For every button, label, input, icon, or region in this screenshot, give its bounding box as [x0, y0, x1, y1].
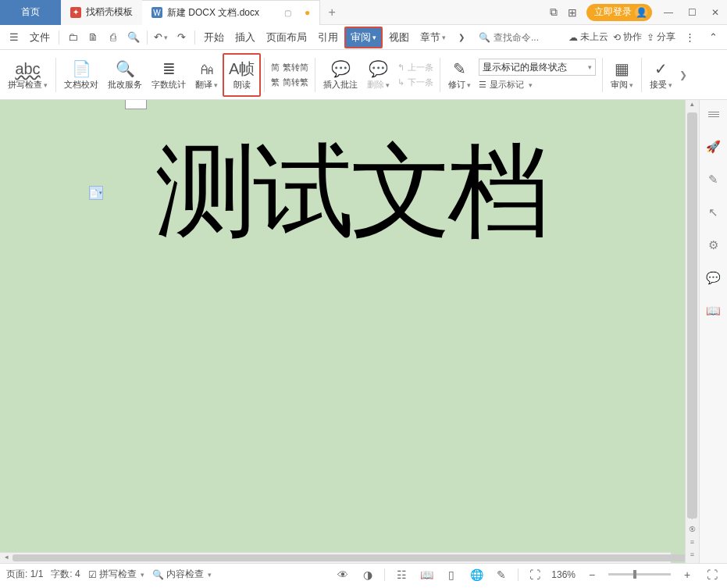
word-count[interactable]: 字数: 4 [51, 568, 80, 581]
document-content[interactable]: 测试文档 [155, 123, 546, 261]
proofread-button[interactable]: 📄 文档校对 [59, 53, 103, 97]
page-down-icon[interactable]: ≡ [686, 551, 699, 563]
menu-start[interactable]: 开始 [199, 27, 229, 48]
wordcount-button[interactable]: ≣ 字数统计 [147, 53, 191, 97]
delete-comment-button[interactable]: 💬 删除▾ [362, 53, 394, 97]
search-input[interactable] [494, 32, 556, 43]
hscroll-thumb[interactable] [12, 554, 685, 561]
apps-icon[interactable]: ⊞ [563, 6, 582, 19]
horizontal-ruler[interactable] [0, 100, 669, 111]
fullscreen-icon[interactable]: ⛶ [704, 568, 721, 581]
file-menu[interactable]: 文件 [25, 27, 55, 48]
tab-template[interactable]: ✦ 找稻壳模板 [61, 0, 142, 25]
markup-state-select[interactable]: 显示标记的最终状态 ▾ [479, 59, 596, 76]
accept-button[interactable]: ✓ 接受▾ [645, 53, 677, 97]
prev-comment-button[interactable]: ↰上一条 [397, 62, 433, 73]
ribbon-expand-icon[interactable]: ❯ [677, 69, 690, 80]
preview-icon[interactable]: 🔍 [124, 28, 143, 47]
export-icon[interactable]: 🗎 [84, 28, 102, 47]
zoom-in-button[interactable]: + [679, 568, 696, 581]
window-split-icon[interactable]: ⧉ [544, 5, 563, 19]
pencil-icon[interactable]: ✎ [706, 172, 722, 187]
collaborate-button[interactable]: ⟲协作 [613, 30, 642, 44]
cursor-icon[interactable]: ↖ [706, 205, 722, 220]
panel-toggle-icon[interactable] [706, 106, 722, 122]
settings-slider-icon[interactable]: ⚙ [706, 237, 722, 253]
approve-service-button[interactable]: 🔍 批改服务 [103, 53, 147, 97]
tab-presentation-icon[interactable]: ▢ [284, 9, 294, 17]
zoom-out-button[interactable]: − [583, 568, 600, 581]
trad-to-simp-button[interactable]: 简繁转简 [271, 62, 308, 73]
show-markup-button[interactable]: ☰显示标记▾ [479, 79, 596, 91]
tab-document[interactable]: W 新建 DOCX 文档.docx ▢ ● [142, 0, 320, 25]
document-viewport[interactable]: 📄▾ 测试文档 ◂ ▸ [0, 100, 685, 563]
chat-icon[interactable]: 💬 [706, 270, 722, 286]
undo-icon[interactable]: ↶▾ [151, 28, 170, 47]
eye-icon[interactable]: 👁 [334, 568, 351, 581]
read-view-icon[interactable]: 📖 [418, 568, 435, 581]
zoom-level[interactable]: 136% [551, 569, 576, 580]
review-pane-label: 审阅 [611, 79, 628, 91]
command-search[interactable]: 🔍 [479, 32, 556, 43]
spellcheck-button[interactable]: abc 拼写检查▾ [3, 53, 52, 97]
ruler-indent-marker[interactable] [125, 100, 147, 109]
scroll-up-icon[interactable]: ▴ [686, 100, 699, 112]
redo-icon[interactable]: ↷ [172, 28, 191, 47]
horizontal-scrollbar[interactable]: ◂ ▸ [0, 552, 671, 563]
check-icon: ☑ [88, 569, 97, 580]
focus-mode-icon[interactable]: ◑ [359, 568, 376, 581]
translate-button[interactable]: 🗛 翻译▾ [191, 53, 223, 97]
rocket-icon[interactable]: 🚀 [706, 139, 722, 155]
collapse-ribbon-icon[interactable]: ⌃ [704, 28, 722, 47]
insert-comment-button[interactable]: 💬 插入批注 [319, 53, 362, 97]
share-button[interactable]: ⇪分享 [647, 30, 675, 44]
content-check-status[interactable]: 🔍内容检查▾ [152, 568, 212, 581]
fit-width-icon[interactable]: ⛶ [526, 568, 543, 581]
more-icon[interactable]: ⋮ [680, 28, 699, 47]
menu-layout[interactable]: 页面布局 [262, 27, 312, 48]
edit-mode-icon[interactable]: ✎ [493, 568, 510, 581]
maximize-button[interactable]: ☐ [680, 7, 704, 18]
next-comment-button[interactable]: ↳下一条 [397, 77, 433, 88]
print-icon[interactable]: ⎙ [104, 28, 123, 47]
simp-to-trad-button[interactable]: 繁简转繁 [271, 77, 308, 88]
close-button[interactable]: ✕ [704, 7, 727, 18]
page-view-icon[interactable]: ▯ [443, 568, 460, 581]
readaloud-button[interactable]: A帧 朗读 [223, 53, 261, 97]
menu-reference[interactable]: 引用 [313, 27, 343, 48]
next-icon: ↳ [397, 77, 404, 87]
menu-review[interactable]: 审阅▾ [344, 27, 383, 48]
translate-label: 翻译 [195, 79, 212, 91]
paragraph-tag[interactable]: 📄▾ [89, 186, 103, 200]
cloud-sync[interactable]: ☁未上云 [568, 30, 608, 44]
zoom-slider-thumb[interactable] [633, 570, 636, 579]
track-changes-button[interactable]: ✎ 修订▾ [444, 53, 476, 97]
vertical-scrollbar[interactable]: ▴ ▾ ⦿ ≡ ≡ [685, 100, 699, 563]
login-label: 立即登录 [594, 5, 632, 19]
book-icon[interactable]: 📖 [706, 303, 722, 319]
new-tab-button[interactable]: + [320, 5, 344, 20]
scroll-left-icon[interactable]: ◂ [0, 553, 12, 563]
menu-insert[interactable]: 插入 [230, 27, 260, 48]
save-icon[interactable]: 🗀 [63, 28, 82, 47]
page-indicator[interactable]: 页面: 1/1 [6, 568, 43, 581]
web-view-icon[interactable]: 🌐 [468, 568, 485, 581]
menu-icon[interactable]: ☰ [5, 28, 23, 47]
chevron-right-icon[interactable]: ❯ [452, 28, 471, 47]
tab-home[interactable]: 首页 [0, 0, 61, 25]
menu-chapter[interactable]: 章节▾ [415, 27, 451, 48]
vscroll-thumb[interactable] [687, 112, 697, 519]
minimize-button[interactable]: — [657, 7, 680, 18]
separator [602, 58, 603, 92]
wordcount-label: 字数统计 [151, 79, 186, 91]
document-page[interactable]: 📄▾ 测试文档 [11, 116, 675, 553]
spellcheck-status[interactable]: ☑拼写检查▾ [88, 568, 144, 581]
scroll-options-icon[interactable]: ⦿ [686, 526, 699, 538]
outline-view-icon[interactable]: ☷ [393, 568, 410, 581]
prev-label: 上一条 [408, 62, 433, 73]
zoom-slider[interactable] [608, 573, 671, 576]
page-up-icon[interactable]: ≡ [686, 538, 699, 551]
review-pane-button[interactable]: ▦ 审阅▾ [606, 53, 638, 97]
menu-view[interactable]: 视图 [384, 27, 414, 48]
login-button[interactable]: 立即登录 👤 [586, 4, 652, 21]
